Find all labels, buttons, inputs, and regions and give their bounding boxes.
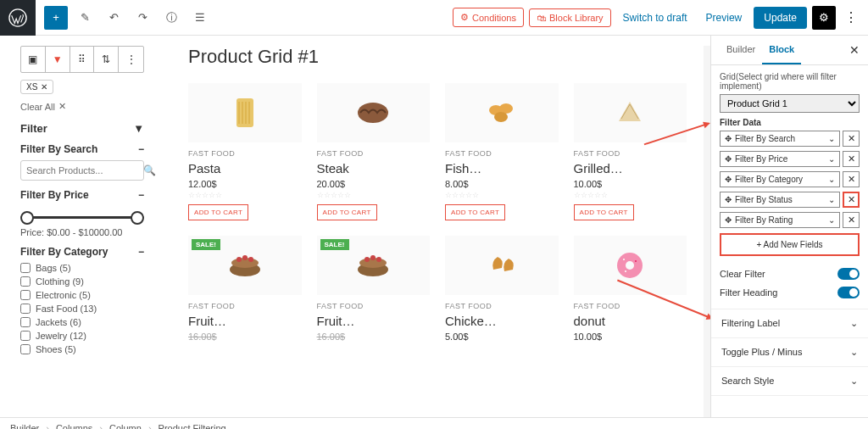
filter-icon[interactable]: ▼ xyxy=(46,47,70,72)
filtering-label-section[interactable]: Filtering Label⌄ xyxy=(711,309,868,338)
move-icon: ✥ xyxy=(725,134,732,143)
svg-point-14 xyxy=(248,257,253,262)
block-type-icon[interactable]: ▣ xyxy=(21,47,46,72)
add-to-cart-button[interactable]: ADD TO CART xyxy=(445,204,505,220)
redo-icon[interactable]: ↷ xyxy=(131,6,154,30)
cat-checkbox[interactable] xyxy=(20,276,31,287)
breadcrumb-item[interactable]: Columns xyxy=(56,423,92,430)
search-input-wrapper: 🔍 xyxy=(20,160,144,181)
grid-select[interactable]: Product Grid 1 xyxy=(720,94,860,113)
wp-logo[interactable] xyxy=(0,0,36,36)
remove-field-button[interactable]: ✕ xyxy=(843,151,860,167)
clear-filter-toggle[interactable] xyxy=(837,268,860,280)
filter-by-price-label: Filter By Price xyxy=(20,189,89,201)
toggle-plus-minus-section[interactable]: Toggle Plus / Minus⌄ xyxy=(711,338,868,367)
minus-icon[interactable]: − xyxy=(138,189,144,201)
grid-title: Product Grid #1 xyxy=(188,46,687,68)
chevron-down-icon: ⌄ xyxy=(828,175,835,184)
product-card: FAST FOOD Fish… 8.00$ ☆☆☆☆☆ ADD TO CART xyxy=(445,83,559,220)
filter-by-category-label: Filter By Category xyxy=(20,246,108,258)
svg-point-12 xyxy=(236,257,242,262)
move-icon: ✥ xyxy=(725,154,732,164)
edit-icon[interactable]: ✎ xyxy=(73,6,97,30)
price-slider[interactable] xyxy=(22,216,142,219)
filter-field[interactable]: ✥Filter By Status⌄ xyxy=(720,192,840,208)
remove-field-button[interactable]: ✕ xyxy=(843,171,860,187)
svg-point-13 xyxy=(242,255,248,260)
add-to-cart-button[interactable]: ADD TO CART xyxy=(574,204,634,220)
breadcrumb-item[interactable]: Column xyxy=(109,423,142,430)
move-icon: ✥ xyxy=(725,195,732,204)
svg-point-23 xyxy=(635,260,637,262)
update-button[interactable]: Update xyxy=(754,7,807,29)
settings-button[interactable]: ⚙ xyxy=(812,6,836,30)
remove-field-button[interactable]: ✕ xyxy=(843,212,860,228)
add-to-cart-button[interactable]: ADD TO CART xyxy=(188,204,248,220)
preview-link[interactable]: Preview xyxy=(699,8,749,27)
chevron-down-icon: ⌄ xyxy=(828,134,835,143)
canvas-scrollbar[interactable] xyxy=(704,46,710,417)
rating-stars: ☆☆☆☆☆ xyxy=(188,191,302,199)
product-card: FAST FOOD Chicke… 5.00$ xyxy=(445,236,559,343)
xs-chip[interactable]: XS ✕ xyxy=(20,80,53,94)
filter-field[interactable]: ✥Filter By Price⌄ xyxy=(720,151,840,167)
remove-field-button[interactable]: ✕ xyxy=(843,131,860,147)
chevron-down-icon: ⌄ xyxy=(828,154,835,164)
add-block-button[interactable]: + xyxy=(44,6,68,30)
cat-checkbox[interactable] xyxy=(20,317,31,327)
svg-point-6 xyxy=(358,103,388,123)
svg-point-9 xyxy=(494,112,508,122)
filter-heading-toggle[interactable] xyxy=(837,287,860,298)
breadcrumb-item[interactable]: Product Filtering xyxy=(159,423,226,430)
clear-all-button[interactable]: Clear All ✕ xyxy=(20,101,144,112)
grid-select-label: Grid(Select grid where will filter imple… xyxy=(720,72,860,91)
cat-checkbox[interactable] xyxy=(20,344,31,354)
chevron-down-icon: ⌄ xyxy=(828,215,835,225)
more-icon[interactable]: ⋮ xyxy=(119,47,143,72)
filter-data-label: Filter Data xyxy=(720,118,860,127)
filter-field[interactable]: ✥Filter By Category⌄ xyxy=(720,171,840,187)
undo-icon[interactable]: ↶ xyxy=(102,6,125,30)
tab-block[interactable]: Block xyxy=(762,36,801,64)
add-to-cart-button[interactable]: ADD TO CART xyxy=(317,204,377,220)
drag-icon[interactable]: ⠿ xyxy=(70,47,95,72)
arrows-icon[interactable]: ⇅ xyxy=(94,47,119,72)
remove-field-button[interactable]: ✕ xyxy=(843,192,860,208)
info-icon[interactable]: ⓘ xyxy=(159,6,183,30)
add-new-fields-button[interactable]: + Add New Fields xyxy=(720,233,860,256)
filter-by-search-label: Filter By Search xyxy=(20,143,97,155)
cat-checkbox[interactable] xyxy=(20,290,31,300)
cat-checkbox[interactable] xyxy=(20,304,31,314)
block-library-button[interactable]: 🛍Block Library xyxy=(529,8,611,27)
tab-builder[interactable]: Builder xyxy=(720,36,762,64)
chevron-down-icon: ⌄ xyxy=(828,195,835,204)
cat-checkbox[interactable] xyxy=(20,263,31,273)
filter-field[interactable]: ✥Filter By Rating⌄ xyxy=(720,212,840,228)
product-card: SALE! FAST FOOD Fruit… 16.00$ xyxy=(188,236,302,343)
filter-field[interactable]: ✥Filter By Search⌄ xyxy=(720,131,840,147)
clear-filter-label: Clear Filter xyxy=(720,269,765,279)
funnel-icon: ▼ xyxy=(133,122,144,135)
conditions-button[interactable]: ⚙Conditions xyxy=(453,8,524,27)
sale-badge: SALE! xyxy=(192,239,220,250)
product-card: FAST FOOD Steak 20.00$ ☆☆☆☆☆ ADD TO CART xyxy=(317,83,431,220)
search-style-section[interactable]: Search Style⌄ xyxy=(711,367,868,396)
list-view-icon[interactable]: ☰ xyxy=(188,6,212,30)
price-range-text: Price: $0.00 - $10000.00 xyxy=(20,227,144,237)
breadcrumb-item[interactable]: Builder xyxy=(10,423,39,430)
move-icon: ✥ xyxy=(725,215,732,225)
sale-badge: SALE! xyxy=(320,239,349,250)
switch-draft-link[interactable]: Switch to draft xyxy=(616,8,694,27)
block-toolbar: ▣ ▼ ⠿ ⇅ ⋮ xyxy=(20,46,144,73)
search-input[interactable] xyxy=(26,165,143,176)
product-card: SALE! FAST FOOD Fruit… 16.00$ xyxy=(317,236,431,343)
svg-point-19 xyxy=(376,257,381,262)
more-options-button[interactable]: ⋮ xyxy=(841,9,861,25)
minus-icon[interactable]: − xyxy=(138,143,144,155)
chevron-down-icon: ⌄ xyxy=(850,318,858,329)
cat-checkbox[interactable] xyxy=(20,331,31,341)
minus-icon[interactable]: − xyxy=(138,246,144,258)
close-panel-button[interactable]: ✕ xyxy=(849,43,860,57)
product-card: FAST FOOD Pasta 12.00$ ☆☆☆☆☆ ADD TO CART xyxy=(188,83,302,220)
filter-heading: Filter xyxy=(20,122,47,135)
